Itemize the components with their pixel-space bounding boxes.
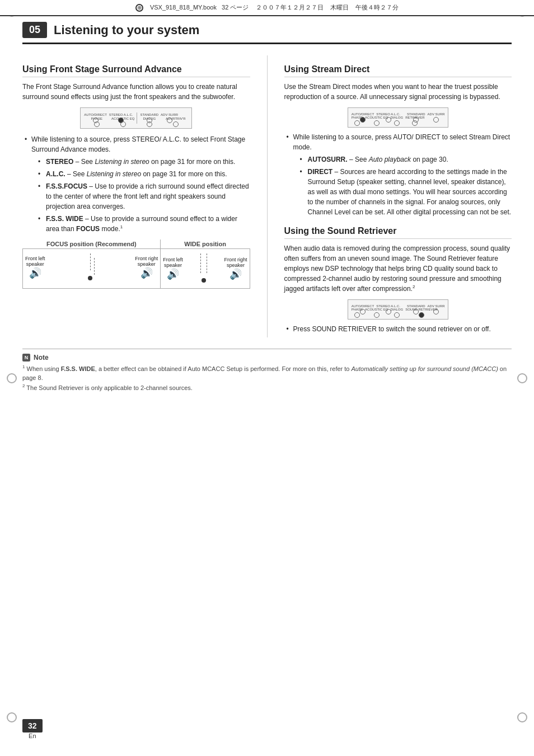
page-lang: En — [29, 732, 36, 739]
sub-item-alc: A.L.C. – See Listening in stereo on page… — [36, 169, 250, 179]
corner-mark-mr — [517, 373, 527, 383]
stream-main-bullet: While listening to a source, press AUTO/… — [284, 132, 512, 217]
left-sub-list: STEREO – See Listening in stereo on page… — [36, 157, 250, 234]
column-separator — [267, 55, 268, 337]
content-area: Using Front Stage Surround Advance The F… — [22, 55, 512, 337]
sub-item-stereo: STEREO – See Listening in stereo on page… — [36, 157, 250, 167]
focus-cell: Front leftspeaker 🔊 Front rightspeaker 🔊 — [23, 249, 161, 289]
left-section-title: Using Front Stage Surround Advance — [22, 64, 250, 77]
stream-direct-title: Using Stream Direct — [284, 64, 512, 77]
focus-label: FOCUS position (Recommend) — [23, 240, 161, 249]
file-info-bar: ⊕ VSX_918_818_MY.book 32 ページ ２００７年１２月２７日… — [0, 0, 534, 16]
file-info-text: VSX_918_818_MY.book 32 ページ ２００７年１２月２７日 木… — [150, 3, 399, 12]
chapter-header: 05 Listening to your system — [22, 22, 512, 44]
left-main-bullet: While listening to a source, press STERE… — [22, 134, 250, 234]
notes-text: 1 When using F.S.S. WIDE, a better effec… — [22, 364, 512, 392]
wide-label: WIDE position — [161, 240, 250, 249]
stream-sub-autosurr: AUTOSURR. – See Auto playback on page 30… — [298, 154, 512, 165]
arrow-icon: ⊕ — [135, 4, 143, 12]
notes-title: N Note — [22, 354, 512, 361]
sound-retriever-bullet-list: Press SOUND RETRIEVER to switch the soun… — [284, 324, 512, 334]
focus-wide-table: FOCUS position (Recommend) WIDE position… — [22, 240, 250, 289]
wide-cell: Front leftspeaker 🔊 Front rightspeaker 🔊 — [161, 249, 250, 289]
sub-item-fsswide: F.S.S. WIDE – Use to provide a surround … — [36, 214, 250, 234]
notes-section: N Note 1 When using F.S.S. WIDE, a bette… — [22, 349, 512, 392]
note-icon: N — [22, 354, 30, 361]
sound-retriever-bullet: Press SOUND RETRIEVER to switch the soun… — [284, 324, 512, 334]
sound-retriever-device-image: AUTO/DIRECT STEREO A.L.C. STANDARD ADV S… — [348, 299, 448, 320]
sub-item-fssfocus: F.S.S.FOCUS – Use to provide a rich surr… — [36, 181, 250, 212]
stream-direct-intro: Use the Stream Direct modes when you wan… — [284, 82, 512, 102]
chapter-number: 05 — [22, 22, 47, 38]
corner-mark-ml — [7, 373, 17, 383]
corner-mark-bl — [7, 712, 17, 722]
sound-retriever-title: Using the Sound Retriever — [284, 226, 512, 239]
left-column: Using Front Stage Surround Advance The F… — [22, 55, 250, 337]
chapter-title: Listening to your system — [54, 23, 199, 37]
left-bullet-list: While listening to a source, press STERE… — [22, 134, 250, 234]
corner-mark-br — [517, 712, 527, 722]
stream-sub-direct: DIRECT – Sources are heard according to … — [298, 167, 512, 217]
page-number: 32 — [22, 719, 43, 732]
stream-sub-list: AUTOSURR. – See Auto playback on page 30… — [298, 154, 512, 217]
front-stage-device-image: AUTO/DIRECT STEREO A.L.C. STANDARD ADV S… — [80, 107, 192, 129]
right-column: Using Stream Direct Use the Stream Direc… — [284, 55, 512, 337]
stream-direct-device-image: AUTO/DIRECT STEREO A.L.C. STANDARD ADV S… — [348, 107, 448, 128]
stream-bullet-list: While listening to a source, press AUTO/… — [284, 132, 512, 217]
left-section-intro: The Front Stage Surround Advance functio… — [22, 82, 250, 102]
page-number-area: 32 En — [22, 719, 43, 739]
sound-retriever-intro: When audio data is removed during the co… — [284, 243, 512, 294]
